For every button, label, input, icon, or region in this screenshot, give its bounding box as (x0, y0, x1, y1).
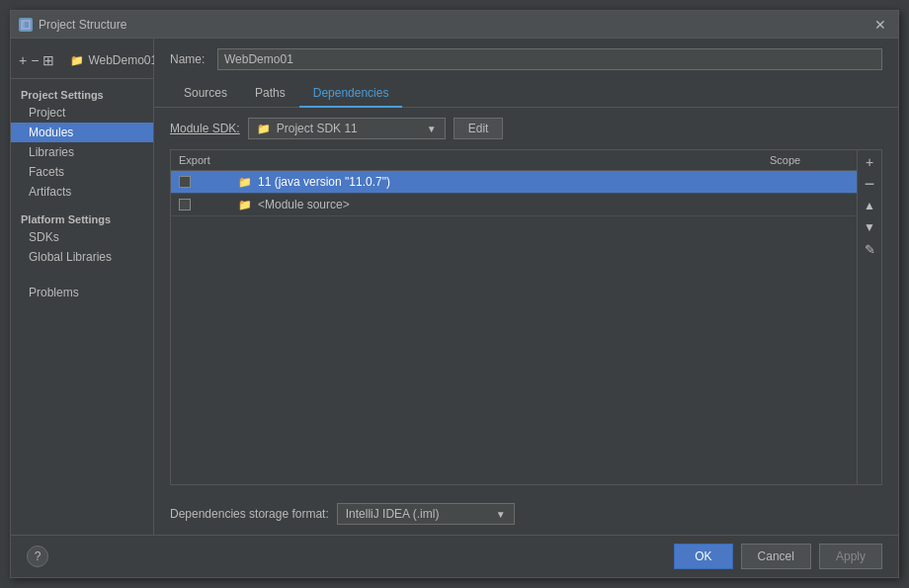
deps-checkbox-icon (179, 176, 191, 188)
module-tree-label: WebDemo01 (88, 53, 157, 67)
tabs-bar: Sources Paths Dependencies (154, 80, 898, 108)
deps-checkbox-sdk[interactable] (179, 176, 238, 188)
side-buttons: + − ▲ ▼ ✎ (858, 149, 882, 485)
ok-button[interactable]: OK (674, 544, 732, 569)
add-dep-button[interactable]: + (860, 152, 879, 172)
dialog-title: Project Structure (39, 18, 126, 32)
deps-row-sdk-name: 📁 11 (java version "11.0.7") (238, 175, 770, 189)
right-panel: Name: Sources Paths Dependencies Module … (154, 39, 898, 535)
sidebar-toolbar: + − ⊞ 📁 WebDemo01 (11, 46, 153, 79)
name-input[interactable] (217, 48, 882, 70)
help-button[interactable]: ? (27, 546, 48, 567)
project-settings-label: Project Settings (11, 85, 153, 103)
sdk-label-text: M (170, 122, 180, 135)
module-tree-item[interactable]: 📁 WebDemo01 (62, 50, 165, 70)
deps-area: Export Scope 📁 11 (java version "11.0.7"… (170, 149, 882, 485)
format-label: Dependencies storage format: (170, 507, 329, 521)
move-up-button[interactable]: ▲ (860, 196, 879, 215)
move-down-button[interactable]: ▼ (860, 217, 879, 237)
format-select[interactable]: IntelliJ IDEA (.iml) ▼ (337, 503, 515, 525)
tab-sources[interactable]: Sources (170, 80, 241, 108)
footer-left: ? (27, 546, 666, 567)
format-row: Dependencies storage format: IntelliJ ID… (154, 493, 898, 535)
deps-row-module-source[interactable]: 📁 <Module source> (171, 194, 857, 216)
deps-header-scope: Scope (770, 154, 849, 166)
copy-module-button[interactable]: ⊞ (42, 50, 54, 70)
sidebar-item-facets[interactable]: Facets (11, 162, 153, 182)
sdk-select-text: Project SDK 11 (277, 122, 421, 135)
apply-button[interactable]: Apply (819, 544, 882, 569)
format-select-text: IntelliJ IDEA (.iml) (346, 507, 490, 521)
title-bar: Project Structure ✕ (11, 11, 898, 39)
name-row: Name: (154, 39, 898, 80)
sdk-select[interactable]: 📁 Project SDK 11 ▼ (248, 118, 446, 139)
sdk-label: Module SDK: (170, 122, 240, 135)
deps-checkbox-module-icon (179, 199, 191, 210)
deps-sdk-icon: 📁 (238, 176, 252, 189)
tab-dependencies[interactable]: Dependencies (299, 80, 403, 108)
add-module-button[interactable]: + (19, 50, 27, 70)
sidebar-item-artifacts[interactable]: Artifacts (11, 182, 153, 202)
sidebar-item-global-libraries[interactable]: Global Libraries (11, 247, 153, 267)
edit-sdk-button[interactable]: Edit (454, 118, 504, 139)
sdk-dropdown-arrow-icon: ▼ (427, 124, 437, 134)
deps-table-header: Export Scope (171, 150, 857, 171)
close-button[interactable]: ✕ (870, 17, 890, 33)
module-tree-icon: 📁 (70, 54, 84, 67)
deps-table: Export Scope 📁 11 (java version "11.0.7"… (170, 149, 858, 485)
platform-settings-label: Platform Settings (11, 210, 153, 227)
edit-dep-button[interactable]: ✎ (860, 239, 879, 259)
sdk-folder-icon: 📁 (257, 123, 271, 135)
sidebar-item-problems[interactable]: Problems (11, 283, 153, 302)
deps-header-name (238, 154, 770, 166)
deps-checkbox-module[interactable] (179, 199, 238, 210)
name-label: Name: (170, 52, 209, 66)
remove-module-button[interactable]: − (31, 50, 39, 70)
title-bar-left: Project Structure (19, 18, 126, 32)
remove-dep-button[interactable]: − (860, 174, 879, 194)
sdk-row: Module SDK: 📁 Project SDK 11 ▼ Edit (154, 108, 898, 149)
deps-header-export: Export (179, 154, 238, 166)
dialog-footer: ? OK Cancel Apply (11, 535, 898, 577)
sidebar-item-sdks[interactable]: SDKs (11, 227, 153, 247)
dialog-icon (19, 18, 33, 32)
project-structure-dialog: Project Structure ✕ + − ⊞ 📁 WebDemo01 Pr… (10, 10, 899, 578)
deps-row-module-name: 📁 <Module source> (238, 198, 770, 211)
cancel-button[interactable]: Cancel (741, 544, 811, 569)
svg-rect-0 (22, 21, 30, 29)
sidebar-item-modules[interactable]: Modules (11, 123, 153, 142)
main-content: + − ⊞ 📁 WebDemo01 Project Settings Proje… (11, 39, 898, 535)
deps-module-icon: 📁 (238, 199, 252, 211)
sidebar-item-libraries[interactable]: Libraries (11, 142, 153, 162)
format-dropdown-arrow-icon: ▼ (496, 509, 506, 520)
sidebar: + − ⊞ 📁 WebDemo01 Project Settings Proje… (11, 39, 154, 535)
deps-row-sdk[interactable]: 📁 11 (java version "11.0.7") (171, 171, 857, 194)
sidebar-item-project[interactable]: Project (11, 103, 153, 123)
tab-paths[interactable]: Paths (241, 80, 299, 108)
